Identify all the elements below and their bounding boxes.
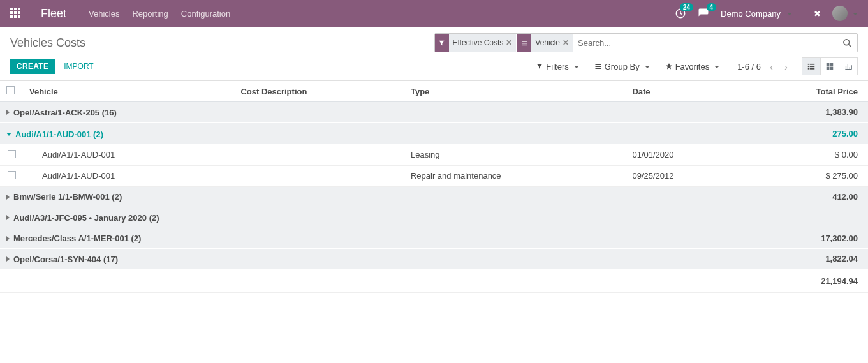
svg-rect-1 — [522, 41, 527, 41]
group-title: Opel/Corsa/1-SYN-404 (17) — [13, 255, 118, 264]
group-total: 1,822.04 — [742, 249, 868, 270]
favorites-dropdown[interactable]: Favorites — [665, 62, 719, 71]
group-title: Audi/A3/1-JFC-095 • January 2020 (2) — [13, 213, 159, 223]
app-brand[interactable]: Fleet — [41, 7, 66, 20]
group-total: 17,302.00 — [742, 228, 868, 249]
col-date[interactable]: Date — [626, 81, 742, 102]
facet-label: Effective Costs — [453, 38, 504, 47]
create-button[interactable]: Create — [10, 59, 55, 74]
grand-total: 21,194.94 — [0, 269, 868, 292]
row-checkbox[interactable] — [8, 150, 16, 158]
search-facet-filter: Effective Costs ✕ — [435, 34, 517, 52]
col-vehicle[interactable]: Vehicle — [23, 81, 234, 102]
filters-dropdown[interactable]: Filters — [536, 62, 578, 71]
import-button[interactable]: Import — [64, 62, 93, 71]
cell-date: 01/01/2020 — [626, 144, 742, 165]
control-panel: Vehicles Costs Effective Costs ✕ Vehicle… — [0, 27, 868, 81]
nav-menu-configuration[interactable]: Configuration — [181, 9, 230, 19]
nav-right: 24 4 Demo Company ✖ — [675, 6, 858, 21]
col-type[interactable]: Type — [404, 81, 626, 102]
cell-type: Leasing — [404, 144, 626, 165]
download-icon[interactable] — [103, 62, 112, 71]
pager-next[interactable]: › — [782, 60, 790, 73]
groupby-dropdown[interactable]: Group By — [594, 62, 650, 71]
svg-rect-15 — [827, 63, 830, 66]
chevron-down-icon — [784, 9, 792, 19]
view-graph[interactable] — [839, 57, 858, 75]
group-row[interactable]: Bmw/Serie 1/1-BMW-001 (2)412.00 — [0, 186, 868, 207]
group-row[interactable]: Opel/Corsa/1-SYN-404 (17)1,822.04 — [0, 249, 868, 270]
svg-rect-2 — [522, 43, 527, 43]
svg-rect-11 — [808, 66, 809, 67]
svg-rect-16 — [830, 63, 834, 66]
chevron-down-icon — [712, 62, 719, 71]
expand-arrow-icon — [6, 236, 10, 241]
view-kanban[interactable] — [820, 57, 839, 75]
group-title: Mercedes/Class A/1-MER-001 (2) — [13, 233, 141, 243]
group-total — [742, 207, 868, 228]
select-all-checkbox[interactable] — [6, 86, 15, 94]
svg-rect-17 — [827, 67, 830, 70]
table-header-row: Vehicle Cost Description Type Date Total… — [0, 81, 868, 102]
search-bar[interactable]: Effective Costs ✕ Vehicle ✕ — [434, 33, 858, 52]
table-row[interactable]: Audi/A1/1-AUD-001Repair and maintenance0… — [0, 165, 868, 186]
search-facet-groupby: Vehicle ✕ — [517, 34, 573, 52]
pager-range[interactable]: 1-6 / 6 — [737, 62, 761, 71]
svg-rect-8 — [595, 68, 601, 70]
favorites-label: Favorites — [675, 62, 709, 71]
svg-rect-3 — [522, 44, 527, 45]
company-name: Demo Company — [721, 9, 781, 19]
cell-type: Repair and maintenance — [404, 165, 626, 186]
cell-cost-desc — [234, 165, 404, 186]
search-icon[interactable] — [837, 38, 857, 48]
svg-rect-12 — [810, 66, 815, 67]
group-row[interactable]: Mercedes/Class A/1-MER-001 (2)17,302.00 — [0, 228, 868, 249]
table-row[interactable]: Audi/A1/1-AUD-001Leasing01/01/2020$ 0.00 — [0, 144, 868, 165]
filter-icon — [435, 34, 449, 52]
user-menu[interactable] — [832, 6, 858, 21]
chevron-down-icon — [850, 9, 858, 19]
svg-rect-18 — [830, 67, 834, 70]
group-row[interactable]: Opel/Astra/1-ACK-205 (16)1,383.90 — [0, 102, 868, 123]
search-input[interactable] — [574, 38, 837, 48]
search-controls: Filters Group By Favorites — [536, 62, 719, 71]
group-total: 275.00 — [742, 122, 868, 144]
facet-remove[interactable]: ✕ — [506, 38, 512, 47]
svg-rect-9 — [808, 64, 809, 65]
debug-icon[interactable]: ✖ — [804, 8, 821, 19]
svg-rect-14 — [810, 68, 815, 70]
avatar — [832, 6, 848, 21]
group-icon — [517, 34, 531, 52]
group-row[interactable]: Audi/A1/1-AUD-001 (2)275.00 — [0, 122, 868, 144]
group-total: 1,383.90 — [742, 102, 868, 123]
svg-rect-10 — [810, 64, 815, 65]
facet-remove[interactable]: ✕ — [563, 38, 569, 47]
cell-date: 09/25/2012 — [626, 165, 742, 186]
col-cost-desc[interactable]: Cost Description — [234, 81, 404, 102]
expand-arrow-icon — [6, 256, 10, 262]
company-switcher[interactable]: Demo Company — [721, 9, 792, 19]
row-checkbox[interactable] — [8, 171, 16, 179]
col-total-price[interactable]: Total Price — [742, 81, 868, 102]
view-list[interactable] — [802, 57, 821, 75]
activity-badge: 24 — [680, 3, 693, 11]
cell-vehicle: Audi/A1/1-AUD-001 — [23, 144, 234, 165]
nav-menu-reporting[interactable]: Reporting — [132, 9, 168, 19]
svg-rect-7 — [595, 66, 601, 68]
chevron-down-icon — [571, 62, 579, 71]
messages-icon[interactable]: 4 — [698, 8, 709, 19]
nav-menu-vehicles[interactable]: Vehicles — [89, 9, 119, 19]
expand-arrow-icon — [6, 133, 11, 136]
pager-prev[interactable]: ‹ — [767, 60, 776, 73]
nav-left: Fleet Vehicles Reporting Configuration — [10, 7, 230, 20]
expand-arrow-icon — [6, 215, 10, 220]
group-row[interactable]: Audi/A3/1-JFC-095 • January 2020 (2) — [0, 207, 868, 228]
group-title: Bmw/Serie 1/1-BMW-001 (2) — [13, 192, 122, 202]
action-buttons: Create Import — [10, 59, 112, 74]
filters-label: Filters — [546, 62, 568, 71]
svg-line-5 — [848, 44, 851, 47]
activity-icon[interactable]: 24 — [675, 8, 686, 19]
cell-total: $ 0.00 — [742, 144, 868, 165]
chevron-down-icon — [642, 62, 650, 71]
apps-icon[interactable] — [10, 8, 22, 19]
